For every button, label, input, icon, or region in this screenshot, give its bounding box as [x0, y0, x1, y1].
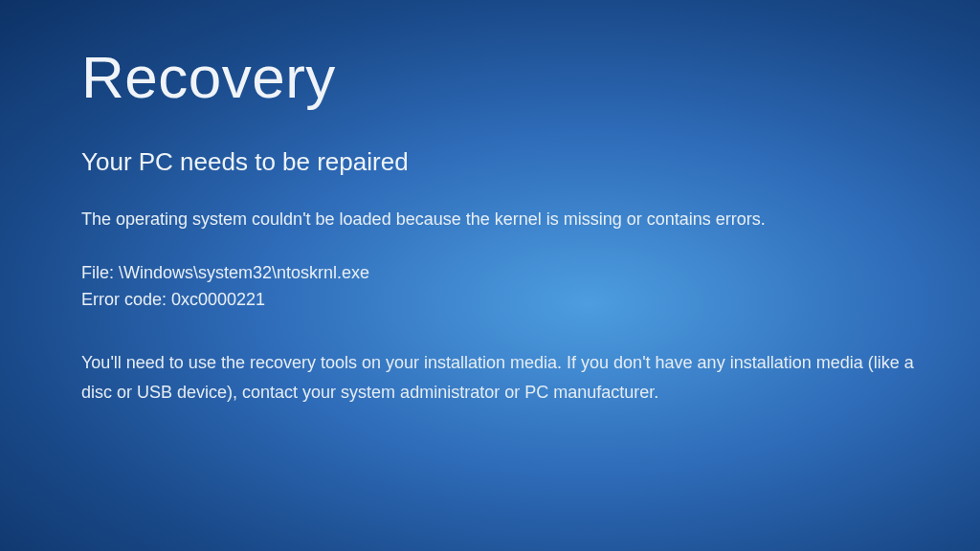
recovery-screen: Recovery Your PC needs to be repaired Th…	[0, 0, 980, 407]
page-title: Recovery	[81, 43, 923, 111]
file-line: File: \Windows\system32\ntoskrnl.exe	[81, 260, 923, 287]
file-label: File:	[81, 263, 119, 282]
error-code-value: 0xc0000221	[171, 290, 265, 309]
file-path: \Windows\system32\ntoskrnl.exe	[119, 263, 369, 282]
recovery-instructions: You'll need to use the recovery tools on…	[81, 348, 923, 407]
error-details: File: \Windows\system32\ntoskrnl.exe Err…	[81, 260, 923, 314]
error-code-label: Error code:	[81, 290, 171, 309]
status-message: Your PC needs to be repaired	[81, 147, 923, 177]
error-code-line: Error code: 0xc0000221	[81, 287, 923, 314]
error-description: The operating system couldn't be loaded …	[81, 208, 923, 231]
